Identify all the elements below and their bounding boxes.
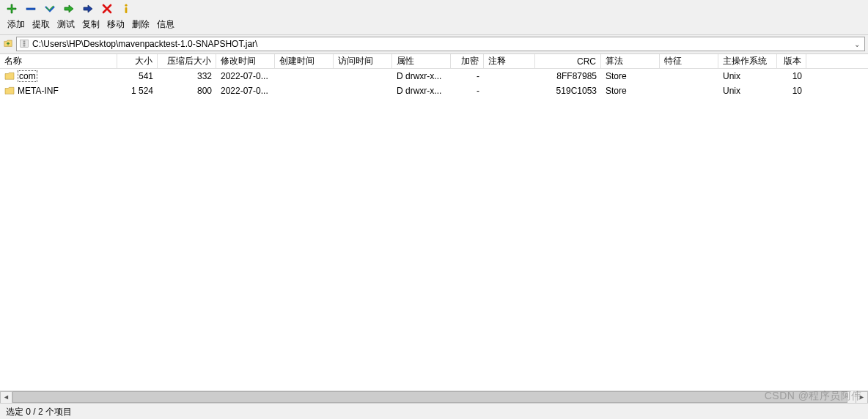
svg-rect-7 (23, 45, 26, 45)
status-text: 选定 0 / 2 个项目 (6, 407, 72, 417)
cell-packed: 800 (158, 84, 216, 97)
toolbar-move[interactable]: 移动 (104, 17, 128, 32)
cell-size: 1 524 (117, 84, 158, 97)
cell-name: com (0, 69, 117, 84)
file-table: 名称 大小 压缩后大小 修改时间 创建时间 访问时间 属性 加密 注释 CRC … (0, 54, 868, 390)
folder-up-icon[interactable] (3, 38, 13, 51)
col-crc[interactable]: CRC (535, 54, 601, 68)
col-attr[interactable]: 属性 (392, 54, 451, 68)
cell-os: Unix (718, 84, 777, 97)
col-packed[interactable]: 压缩后大小 (158, 54, 216, 68)
col-ver[interactable]: 版本 (777, 54, 806, 68)
svg-rect-2 (125, 7, 128, 13)
info-icon[interactable] (120, 3, 132, 15)
cell-enc: - (451, 84, 484, 97)
cell-enc: - (451, 70, 484, 83)
address-input-wrap: ⌄ (16, 37, 865, 51)
cell-accessed (334, 75, 392, 78)
cell-size: 541 (117, 70, 158, 83)
cell-attr: D drwxr-x... (392, 70, 451, 83)
cell-modified: 2022-07-0... (216, 84, 275, 97)
cell-packed: 332 (158, 70, 216, 83)
col-algo[interactable]: 算法 (601, 54, 660, 68)
address-input[interactable] (32, 39, 849, 49)
scroll-left-btn[interactable]: ◄ (0, 391, 12, 404)
toolbar-delete[interactable]: 删除 (129, 17, 152, 32)
cell-ver: 10 (777, 70, 806, 83)
cell-comment (484, 89, 535, 92)
table-row[interactable]: META-INF1 5248002022-07-0...D drwxr-x...… (0, 84, 868, 98)
cell-comment (484, 75, 535, 78)
arrow-right-solid-icon[interactable] (82, 3, 94, 15)
cell-accessed (334, 89, 392, 92)
cell-crc: 8FF87985 (535, 70, 601, 83)
check-down-icon[interactable] (44, 3, 56, 15)
toolbar-add[interactable]: 添加 (4, 17, 28, 32)
col-accessed[interactable]: 访问时间 (334, 54, 392, 68)
cell-algo: Store (601, 84, 660, 97)
table-row[interactable]: com5413322022-07-0...D drwxr-x...-8FF879… (0, 69, 868, 84)
toolbar-label-row: 添加 提取 测试 复制 移动 删除 信息 (4, 15, 864, 34)
toolbar-icon-row (4, 1, 864, 15)
arrow-right-outline-icon[interactable] (63, 3, 75, 15)
col-feat[interactable]: 特征 (660, 54, 718, 68)
cell-name: META-INF (0, 84, 117, 97)
toolbar-extract[interactable]: 提取 (29, 17, 53, 32)
col-enc[interactable]: 加密 (451, 54, 484, 68)
col-created[interactable]: 创建时间 (275, 54, 334, 68)
x-icon[interactable] (101, 3, 113, 15)
archive-icon (19, 38, 29, 51)
col-os[interactable]: 主操作系统 (718, 54, 777, 68)
cell-os: Unix (718, 70, 777, 83)
col-size[interactable]: 大小 (117, 54, 158, 68)
status-bar: 选定 0 / 2 个项目 (0, 403, 868, 419)
cell-created (275, 75, 334, 78)
cell-created (275, 89, 334, 92)
horizontal-scrollbar[interactable]: ◄ ► (0, 390, 868, 403)
col-name[interactable]: 名称 (0, 54, 117, 68)
main-toolbar: 添加 提取 测试 复制 移动 删除 信息 (0, 0, 868, 35)
scroll-track[interactable] (12, 391, 856, 403)
scroll-right-btn[interactable]: ► (856, 391, 868, 404)
cell-feat (660, 75, 718, 78)
toolbar-test[interactable]: 测试 (54, 17, 78, 32)
cell-modified: 2022-07-0... (216, 70, 275, 83)
toolbar-copy[interactable]: 复制 (79, 17, 103, 32)
svg-rect-6 (23, 43, 26, 44)
plus-icon[interactable] (6, 3, 18, 15)
cell-attr: D drwxr-x... (392, 84, 451, 97)
svg-point-1 (125, 4, 127, 7)
svg-rect-5 (23, 41, 26, 42)
cell-feat (660, 89, 718, 92)
cell-crc: 519C1053 (535, 84, 601, 97)
svg-rect-0 (26, 8, 35, 10)
col-modified[interactable]: 修改时间 (216, 54, 275, 68)
minus-icon[interactable] (25, 3, 37, 15)
toolbar-info[interactable]: 信息 (154, 17, 177, 32)
address-dropdown[interactable]: ⌄ (852, 40, 862, 48)
table-body: com5413322022-07-0...D drwxr-x...-8FF879… (0, 69, 868, 390)
col-comment[interactable]: 注释 (484, 54, 535, 68)
address-bar: ⌄ (0, 35, 868, 54)
scroll-thumb[interactable] (12, 391, 847, 403)
cell-algo: Store (601, 70, 660, 83)
table-header: 名称 大小 压缩后大小 修改时间 创建时间 访问时间 属性 加密 注释 CRC … (0, 54, 868, 69)
cell-ver: 10 (777, 84, 806, 97)
